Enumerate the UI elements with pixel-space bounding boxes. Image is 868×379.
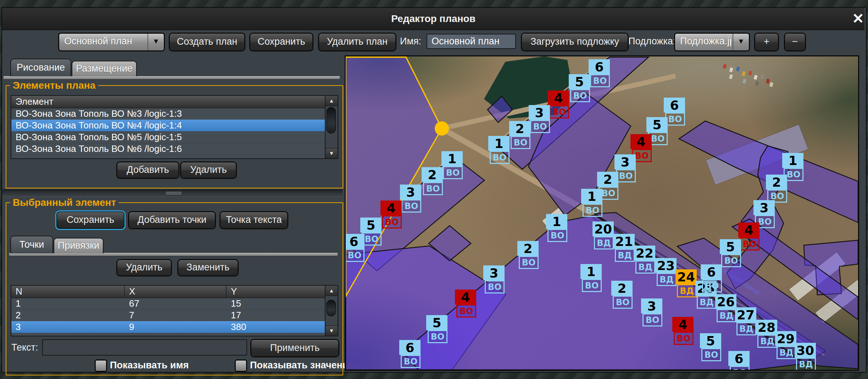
- load-background-button[interactable]: Загрузить подложку: [521, 33, 628, 51]
- map-marker-1-ВО[interactable]: 1ВО: [488, 136, 510, 151]
- replace-point-button[interactable]: Заменить: [178, 259, 238, 276]
- map-marker-1-ВО[interactable]: 1ВО: [580, 264, 602, 279]
- table-row[interactable]: 16715: [11, 298, 326, 310]
- map-marker-3-ВО[interactable]: 3ВО: [753, 200, 775, 215]
- zoom-out-button[interactable]: −: [784, 33, 806, 51]
- table-row-selected[interactable]: 39380: [11, 321, 326, 333]
- map-marker-3-ВО[interactable]: 3ВО: [529, 105, 550, 120]
- map-marker-2-ВО[interactable]: 2ВО: [509, 121, 530, 136]
- map-marker-2-ВО[interactable]: 2ВО: [611, 281, 633, 296]
- points-table[interactable]: NXY 16715 2717 39380 ▲ ▼: [11, 285, 338, 336]
- map-marker-1-ВО[interactable]: 1ВО: [782, 153, 803, 168]
- plan-name-input[interactable]: [427, 34, 516, 49]
- map-marker-21-ВД[interactable]: 21ВД: [613, 234, 635, 249]
- map-marker-1-ВО[interactable]: 1ВО: [546, 214, 567, 229]
- map-marker-4-ВО[interactable]: 4ВО: [380, 201, 402, 215]
- map-marker-30-ВД[interactable]: 30ВД: [795, 343, 816, 358]
- scroll-up-icon[interactable]: ▲: [326, 286, 338, 296]
- map-marker-6-ВО[interactable]: 6ВО: [399, 340, 421, 355]
- map-marker-2-ВО[interactable]: 2ВО: [517, 241, 539, 256]
- chevron-down-icon[interactable]: ▼: [148, 34, 164, 50]
- scrollbar-thumb[interactable]: [327, 107, 336, 133]
- show-name-checkbox[interactable]: [95, 360, 107, 372]
- map-marker-4-ВО[interactable]: 4ВО: [738, 223, 760, 237]
- map-marker-3-ВО[interactable]: 3ВО: [614, 154, 636, 169]
- map-marker-2-ВО[interactable]: 2ВО: [422, 167, 443, 182]
- splitter-grip[interactable]: [165, 191, 182, 196]
- splitter-handle[interactable]: [2, 190, 343, 197]
- marker-number-badge: 2: [517, 241, 539, 256]
- map-marker-5-ВО[interactable]: 5ВО: [646, 117, 668, 132]
- map-marker-3-ВО[interactable]: 3ВО: [400, 185, 421, 199]
- map-marker-5-ВО[interactable]: 5ВО: [720, 239, 741, 254]
- map-marker-4-ВО[interactable]: 4ВО: [455, 290, 476, 304]
- map-marker-2-ВО[interactable]: 2ВО: [766, 175, 787, 190]
- zoom-in-button[interactable]: +: [755, 33, 779, 51]
- close-icon[interactable]: ✕: [850, 10, 867, 27]
- save-element-button[interactable]: Сохранить: [56, 212, 124, 229]
- map-marker-4-ВО[interactable]: 4ВО: [672, 317, 694, 332]
- map-marker-29-ВД[interactable]: 29ВД: [775, 331, 796, 346]
- map-marker-4-ВО[interactable]: 4ВО: [630, 134, 652, 149]
- map-marker-1-ВО[interactable]: 1ВО: [441, 151, 463, 166]
- text-input[interactable]: [42, 339, 247, 356]
- delete-plan-button[interactable]: Удалить план: [318, 33, 396, 51]
- remove-element-button[interactable]: Удалить: [180, 162, 237, 178]
- tab-drawing[interactable]: Рисование: [10, 59, 71, 76]
- tab-points[interactable]: Точки: [10, 236, 53, 253]
- table-row[interactable]: 2717: [11, 309, 326, 322]
- zone-vertex-handle[interactable]: [435, 121, 449, 136]
- list-item[interactable]: ВО-Зона Зона Тополь ВО №6 /logic-1:6: [11, 143, 326, 155]
- map-marker-6-ВО[interactable]: 6ВО: [589, 59, 610, 74]
- list-item[interactable]: ВО-Зона Зона Тополь ВО №5 /logic-1:5: [11, 131, 326, 143]
- map-marker-24-ВД[interactable]: 24ВД: [675, 269, 697, 284]
- map-marker-1-ВО[interactable]: 1ВО: [581, 189, 602, 204]
- marker-number-badge: 6: [399, 340, 421, 355]
- titlebar[interactable]: Редактор планов: [2, 8, 864, 30]
- show-values-checkbox[interactable]: [235, 360, 247, 372]
- add-points-button[interactable]: Добавить точки: [128, 212, 216, 229]
- map-marker-28-ВД[interactable]: 28ВД: [756, 320, 777, 335]
- map-marker-22-ВД[interactable]: 22ВД: [634, 246, 655, 260]
- map-marker-20-ВД[interactable]: 20ВД: [592, 221, 614, 236]
- elements-list-scrollbar[interactable]: ▲ ▼: [325, 96, 338, 158]
- map-marker-26-ВД[interactable]: 26ВД: [715, 294, 736, 309]
- add-element-button[interactable]: Добавить: [117, 162, 179, 178]
- map-marker-3-ВО[interactable]: 3ВО: [641, 298, 662, 313]
- list-item[interactable]: ВО-Зона Зона Тополь ВО №3 /logic-1:3: [11, 108, 326, 120]
- chevron-down-icon[interactable]: ▼: [733, 34, 749, 50]
- map-marker-6-ВО[interactable]: 6ВО: [728, 351, 750, 366]
- apply-button[interactable]: Применить: [251, 339, 339, 357]
- map-marker-4-ВО[interactable]: 4ВО: [548, 90, 569, 105]
- elements-list[interactable]: Элемент ВО-Зона Зона Тополь ВО №3 /logic…: [11, 95, 338, 159]
- map-marker-23-ВД[interactable]: 23ВД: [655, 258, 677, 273]
- scroll-up-icon[interactable]: ▲: [326, 96, 338, 106]
- points-table-scrollbar[interactable]: ▲ ▼: [325, 286, 338, 336]
- marker-number-badge: 3: [483, 265, 505, 280]
- scroll-down-icon[interactable]: ▼: [326, 325, 338, 336]
- scroll-down-icon[interactable]: ▼: [326, 148, 338, 158]
- plan-select[interactable]: Основной план ▼: [59, 33, 165, 51]
- text-point-button[interactable]: Точка текста: [220, 212, 288, 229]
- scrollbar-thumb[interactable]: [327, 300, 336, 316]
- remove-point-button[interactable]: Удалить: [117, 259, 172, 276]
- map-marker-5-ВО[interactable]: 5ВО: [426, 315, 447, 330]
- map-marker-6-ВО[interactable]: 6ВО: [664, 98, 685, 112]
- create-plan-button[interactable]: Создать план: [169, 33, 245, 51]
- marker-number-badge: 21: [613, 234, 635, 249]
- map-marker-5-ВО[interactable]: 5ВО: [569, 74, 590, 89]
- tab-bindings[interactable]: Привязки: [54, 238, 104, 253]
- save-plan-button[interactable]: Сохранить: [250, 33, 313, 51]
- map-marker-5-ВО[interactable]: 5ВО: [360, 218, 382, 232]
- map-canvas[interactable]: ул. Энергетиков: [345, 55, 859, 371]
- map-marker-6-ВО[interactable]: 6ВО: [345, 234, 365, 249]
- header-x: X: [125, 286, 227, 298]
- map-marker-27-ВД[interactable]: 27ВД: [735, 307, 756, 322]
- map-marker-5-ВО[interactable]: 5ВО: [700, 333, 721, 348]
- background-select[interactable]: Подложка.jpg ▼: [674, 33, 750, 51]
- map-marker-3-ВО[interactable]: 3ВО: [483, 265, 505, 280]
- tab-placement[interactable]: Размещение: [72, 61, 137, 76]
- map-marker-2-ВО[interactable]: 2ВО: [597, 172, 618, 187]
- map-marker-6-ВО[interactable]: 6ВО: [701, 264, 722, 279]
- list-item-selected[interactable]: ВО-Зона Зона Тополь ВО №4 /logic-1:4: [11, 120, 326, 132]
